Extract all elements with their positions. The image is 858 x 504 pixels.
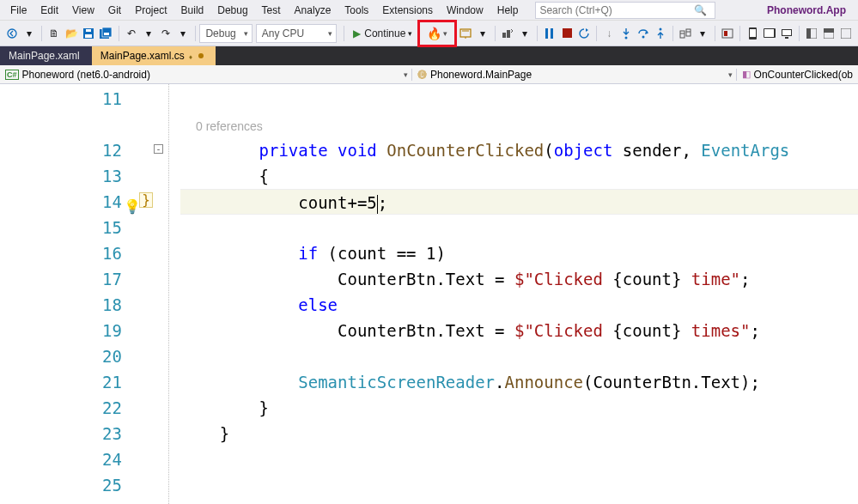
code-line[interactable]: [180, 343, 858, 369]
references-codelens[interactable]: 0 references: [180, 112, 858, 137]
separator: [41, 26, 42, 41]
code-line[interactable]: private void OnCounterClicked(object sen…: [180, 137, 858, 163]
stop-button[interactable]: [558, 23, 575, 44]
code-line[interactable]: CounterBtn.Text = $"Clicked {count} time…: [180, 318, 858, 343]
nav-member[interactable]: ◧ OnCounterClicked(ob: [737, 69, 858, 81]
code-editor[interactable]: 1112-1314💡}1516171819202122232425 0 refe…: [0, 84, 858, 504]
device-tablet-button[interactable]: [761, 23, 778, 44]
frames-button[interactable]: [677, 23, 694, 44]
line-number: 15: [0, 215, 137, 240]
layout-button-2[interactable]: [820, 23, 837, 44]
step-arrow-button[interactable]: ↓: [600, 23, 618, 44]
open-button[interactable]: 📂: [63, 23, 80, 44]
menu-extensions[interactable]: Extensions: [375, 2, 440, 19]
refresh-dropdown[interactable]: ▾: [474, 23, 491, 44]
step-into-button[interactable]: [618, 23, 635, 44]
search-box[interactable]: 🔍: [535, 2, 715, 19]
menu-git[interactable]: Git: [101, 2, 128, 19]
code-line[interactable]: {: [180, 163, 858, 189]
tab-label: MainPage.xaml: [9, 50, 80, 62]
separator: [195, 26, 196, 41]
pin-icon: ⬧: [188, 52, 193, 61]
nav-back-button[interactable]: [3, 23, 21, 44]
code-line[interactable]: [180, 86, 858, 112]
new-file-button[interactable]: 🗎: [46, 23, 63, 44]
menu-debug[interactable]: Debug: [210, 2, 254, 19]
code-line[interactable]: [180, 215, 858, 240]
code-area[interactable]: 0 references private void OnCounterClick…: [137, 84, 858, 504]
config-combo[interactable]: Debug: [199, 24, 252, 43]
process-button[interactable]: [499, 23, 516, 44]
hot-reload-button[interactable]: 🔥▾: [417, 20, 457, 47]
continue-button[interactable]: ▶Continue ▾: [348, 24, 417, 43]
method-icon: ◧: [742, 69, 751, 80]
svg-rect-23: [764, 29, 774, 37]
separator: [495, 26, 496, 41]
undo-button[interactable]: ↶: [123, 23, 140, 44]
svg-rect-10: [545, 28, 548, 39]
play-icon: ▶: [353, 27, 361, 39]
menu-bar: FileEditViewGitProjectBuildDebugTestAnal…: [0, 0, 858, 21]
save-button[interactable]: [80, 23, 97, 44]
menu-view[interactable]: View: [65, 2, 101, 19]
code-line[interactable]: }: [180, 395, 858, 421]
separator: [799, 26, 800, 41]
code-line[interactable]: count+=5;: [180, 189, 858, 215]
svg-rect-8: [502, 33, 506, 38]
tab-MainPage-xaml-cs[interactable]: MainPage.xaml.cs⬧: [92, 46, 216, 65]
app-title: Phoneword.App: [758, 4, 855, 16]
menu-analyze[interactable]: Analyze: [288, 2, 338, 19]
xaml-preview-button[interactable]: [719, 23, 736, 44]
menu-build[interactable]: Build: [174, 2, 211, 19]
menu-test[interactable]: Test: [255, 2, 288, 19]
menu-tools[interactable]: Tools: [338, 2, 375, 19]
menu-help[interactable]: Help: [490, 2, 526, 19]
thread-dropdown[interactable]: ▾: [516, 23, 533, 44]
menu-window[interactable]: Window: [440, 2, 490, 19]
device-phone-button[interactable]: [744, 23, 761, 44]
line-number: 11: [0, 86, 137, 112]
platform-combo[interactable]: Any CPU: [256, 24, 338, 43]
code-line[interactable]: CounterBtn.Text = $"Clicked {count} time…: [180, 266, 858, 292]
code-line[interactable]: if (count == 1): [180, 240, 858, 266]
svg-rect-5: [102, 27, 112, 37]
nav-project[interactable]: C# Phoneword (net6.0-android) ▾: [0, 69, 412, 81]
save-all-button[interactable]: [97, 23, 115, 44]
code-line[interactable]: SemanticScreenReader.Announce(CounterBtn…: [180, 369, 858, 395]
line-number: 21: [0, 369, 137, 395]
step-out-button[interactable]: [652, 23, 669, 44]
menu-edit[interactable]: Edit: [33, 2, 65, 19]
redo-button[interactable]: ↷: [157, 23, 174, 44]
menu-file[interactable]: File: [3, 2, 33, 19]
line-number: 23: [0, 421, 137, 446]
undo-dropdown[interactable]: ▾: [140, 23, 157, 44]
line-number: 14💡}: [0, 189, 137, 215]
code-line[interactable]: [180, 472, 858, 498]
pause-button[interactable]: [541, 23, 558, 44]
nav-forward-button[interactable]: ▾: [21, 23, 38, 44]
svg-rect-7: [460, 29, 471, 37]
tab-MainPage-xaml[interactable]: MainPage.xaml: [0, 46, 92, 65]
svg-rect-17: [686, 29, 691, 36]
separator: [119, 26, 119, 41]
frames-dropdown[interactable]: ▾: [694, 23, 711, 44]
device-desktop-button[interactable]: [778, 23, 795, 44]
svg-point-13: [625, 36, 628, 39]
menu-project[interactable]: Project: [128, 2, 173, 19]
svg-rect-26: [785, 37, 788, 39]
browser-link-button[interactable]: [457, 23, 474, 44]
code-line[interactable]: }: [180, 421, 858, 446]
svg-rect-6: [104, 33, 109, 35]
code-line[interactable]: else: [180, 292, 858, 318]
restart-button[interactable]: [575, 23, 593, 44]
nav-class[interactable]: 🅒 Phoneword.MainPage ▾: [412, 69, 737, 81]
separator: [715, 26, 715, 41]
redo-dropdown[interactable]: ▾: [174, 23, 192, 44]
step-over-button[interactable]: [635, 23, 652, 44]
layout-button-3[interactable]: [837, 23, 855, 44]
svg-rect-30: [824, 28, 834, 33]
code-line[interactable]: [180, 446, 858, 472]
layout-button-1[interactable]: [803, 23, 820, 44]
search-input[interactable]: [539, 4, 694, 16]
main-toolbar: ▾ 🗎 📂 ↶ ▾ ↷ ▾ Debug Any CPU ▶Continue ▾ …: [0, 21, 858, 46]
